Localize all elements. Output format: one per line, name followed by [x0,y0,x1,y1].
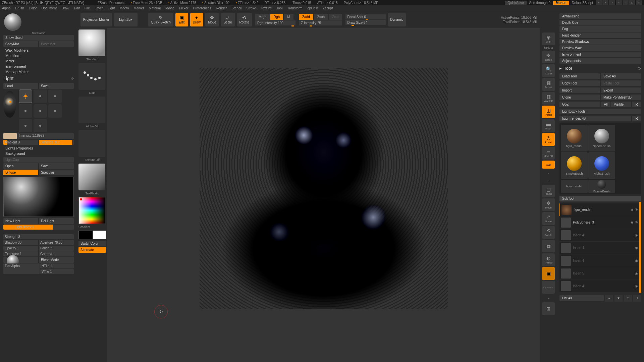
menu-brush[interactable]: Brush [15,6,24,10]
bpr-button[interactable]: ◉BPR [542,33,555,45]
tool-header[interactable]: ▸Tool ⟳ [559,66,641,71]
lightbox-tools[interactable]: Lightbox> Tools [559,109,641,114]
render-environment[interactable]: Environment [559,52,641,57]
intensity-slider[interactable]: Intensity 1.18972 [17,133,74,139]
defaultscript-button[interactable]: DefaultZScript [570,1,595,5]
edit-button[interactable]: ▣Edit [175,13,188,26]
projection-master-button[interactable]: Projection Master [80,13,112,26]
actual-button[interactable]: ▦Actual [542,78,555,91]
zadd-mode[interactable]: Zadd [299,14,313,20]
light-slot-7[interactable] [19,119,32,132]
material-strip-thumb[interactable] [78,164,105,190]
maximize-button[interactable]: □ [629,0,635,5]
light-slot-2[interactable] [34,89,47,103]
paste-tool-button[interactable]: Paste Tool [601,80,641,86]
z-intensity-slider[interactable]: Z Intensity 25 [299,20,342,25]
menu-preferences[interactable]: Preferences [193,6,211,10]
material-thumb[interactable] [4,13,21,31]
window-button-2[interactable]: ▫ [602,0,608,5]
menu-texture[interactable]: Texture [261,6,272,10]
color-picker[interactable] [78,197,105,224]
specular-tab[interactable]: Specular [39,170,74,175]
light-direction-sphere[interactable] [3,91,16,118]
background-section[interactable]: Background [3,152,74,156]
lightcap-save-button[interactable]: Save [39,163,74,169]
nav-2[interactable]: ◦ [545,177,552,184]
grid-button[interactable]: ▦ [542,240,555,252]
polyframe-button[interactable]: ⊞ [542,302,555,315]
light-save-button[interactable]: Save [39,83,74,89]
linefill-button[interactable]: ═Line Fill [542,147,555,160]
render-antialiasing[interactable]: Antialiasing [559,13,641,19]
subtool-row-5[interactable]: Insert 5◉ [559,267,639,280]
window-button-1[interactable]: ▫ [596,0,602,5]
menu-zscript[interactable]: Zscript [323,6,333,10]
alpha-thumb[interactable] [78,97,105,123]
move-down-button[interactable]: ▼ [614,295,623,302]
light-index-slider[interactable]: Light Index 1 [3,225,74,230]
subtool-row-2[interactable]: Insert 4◉ [559,229,639,242]
pf-button[interactable]: ◦ [545,295,552,301]
make-polymesh-button[interactable]: Make PolyMesh3D [601,95,641,100]
light-slot-8[interactable] [34,119,47,132]
move-button[interactable]: ✥Move [205,13,219,26]
export-button[interactable]: Export [601,87,641,93]
import-button[interactable]: Import [559,87,600,93]
light-slot-5[interactable] [34,104,47,118]
window-button-4[interactable]: ▫ [616,0,622,5]
menu-movie[interactable]: Movie [165,6,174,10]
rgb-intensity-slider[interactable]: Rgb Intensity 100 [255,20,296,25]
minimize-button[interactable]: − [623,0,629,5]
subtool-row-4[interactable]: Insert 4◉ [559,254,639,267]
menu-document[interactable]: Document [42,6,57,10]
seethrough-slider[interactable]: See-through 0 [527,1,552,5]
render-adjustments[interactable]: Adjustments [559,58,641,64]
light-slot-6[interactable] [48,104,62,118]
list-all-button[interactable]: List All [559,295,604,301]
menu-edit[interactable]: Edit [74,6,80,10]
move-up-button[interactable]: ▲ [605,295,613,302]
draw-button[interactable]: ✦Draw [190,13,203,26]
scroll-button[interactable]: ✥Scroll [542,51,555,63]
light-color-swatch[interactable] [3,133,17,139]
falloff-slider[interactable]: Falloff 2 [39,246,74,251]
copymat-button[interactable]: CopyMat [3,41,38,47]
solo-button[interactable]: ▣ [542,267,555,280]
xyz-button[interactable]: Xyz [542,161,555,169]
transp-button[interactable]: ◐Transp [542,253,555,266]
switch-color-button[interactable]: SwitchColor [78,241,106,246]
tool-r-button[interactable]: R [632,116,641,121]
tool-eraserbrush[interactable]: EraserBrush [588,180,615,193]
close-button[interactable]: × [636,0,642,5]
menu-render[interactable]: Render [216,6,227,10]
menu-macro[interactable]: Macro [120,6,129,10]
rotate-button[interactable]: ⟲Rotate [237,13,252,26]
primary-color[interactable] [93,231,106,239]
light-slot-4[interactable] [19,104,32,118]
diffuse-tab[interactable]: Diffuse [3,170,38,175]
section-wax[interactable]: Wax Modifiers [3,48,74,52]
menu-file[interactable]: File [85,6,90,10]
brush-thumb[interactable] [78,29,105,56]
ambient-slider[interactable]: Ambient 3 [3,140,38,145]
show-used-button[interactable]: Show Used [3,35,74,41]
zcut-mode[interactable]: Zcut [329,14,342,20]
dynamic-button[interactable]: Dynamic [388,13,406,26]
aperture-slider[interactable]: Aperture 76.60 [39,240,74,245]
menu-draw[interactable]: Draw [61,6,69,10]
frame-button[interactable]: ▢Frame [542,185,555,197]
render-depthcue[interactable]: Depth Cue [559,20,641,25]
del-light-button[interactable]: Del Light [39,218,74,224]
htile-slider[interactable]: HTile 1 [40,263,74,268]
strength-slider[interactable]: Strength 8 [3,234,74,239]
focal-shift-slider[interactable]: Focal Shift 0 [345,14,386,19]
section-modifiers[interactable]: Modifiers [3,54,74,58]
secondary-color[interactable] [78,231,92,239]
menu-layer[interactable]: Layer [95,6,103,10]
nav-1[interactable]: ◦ [545,170,552,176]
goz-all-button[interactable]: All [601,102,610,107]
subtool-row-3[interactable]: Insert 4◉ [559,242,639,254]
tool-spherebrush[interactable]: SphereBrush [588,125,615,152]
goz-button[interactable]: GoZ [559,102,600,107]
gamma-slider[interactable]: Gamma 1 [39,251,74,256]
